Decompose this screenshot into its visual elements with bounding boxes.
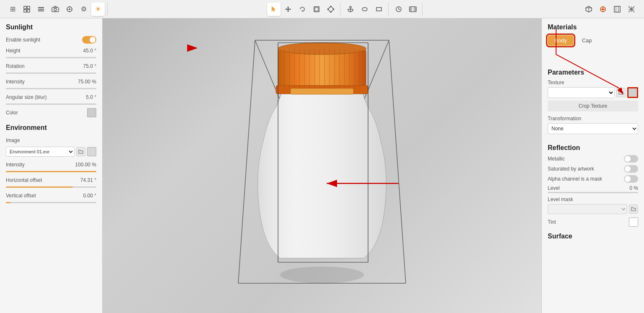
alpha-channel-label: Alpha channel is a mask	[548, 176, 602, 182]
height-row: Height 45.0 °	[6, 46, 96, 55]
image-label: Image	[6, 137, 20, 143]
anchor-tool-button[interactable]	[344, 3, 357, 16]
height-label: Height	[6, 48, 21, 54]
move-tool-button[interactable]	[281, 3, 295, 16]
camera-button[interactable]	[49, 3, 62, 16]
svg-line-47	[389, 40, 406, 283]
toolbar-anim-group	[389, 3, 422, 16]
intensity-label: Intensity	[6, 79, 25, 85]
grid2-button[interactable]	[625, 3, 638, 16]
toolbar: ⊞ ⚙ ☀	[0, 0, 644, 18]
environment-title: Environment	[6, 124, 96, 132]
main-area: Sunlight Enable sunlight Height 45.0 ° R…	[0, 18, 644, 313]
environment-image-select[interactable]: Environment 01.exr	[6, 147, 75, 157]
toolbar-view-group	[580, 3, 641, 16]
alpha-channel-row: Alpha channel is a mask	[548, 175, 638, 183]
vert-offset-slider[interactable]	[6, 202, 96, 203]
svg-point-51	[280, 266, 364, 283]
right-panel-arrow-svg	[544, 21, 636, 126]
svg-rect-0	[24, 6, 26, 9]
svg-rect-1	[27, 6, 30, 9]
svg-rect-2	[24, 10, 26, 12]
grid-button[interactable]	[20, 3, 33, 16]
metallic-toggle[interactable]	[624, 155, 638, 163]
env-intensity-row: Intensity 100.00 %	[6, 160, 96, 169]
menu-button[interactable]	[34, 3, 48, 16]
level-mask-select[interactable]	[548, 204, 627, 214]
right-panel: Materials Body Cap Parameters Texture	[541, 18, 644, 313]
sunlight-title: Sunlight	[6, 23, 96, 31]
env-preview-swatch[interactable]	[87, 147, 96, 156]
angular-value: 5.0 °	[86, 94, 96, 100]
vert-offset-value: 0.00 °	[83, 193, 97, 199]
level-row: Level 0 %	[548, 185, 638, 191]
env-intensity-slider[interactable]	[6, 171, 96, 172]
intensity-slider[interactable]	[6, 88, 96, 89]
horiz-offset-slider[interactable]	[6, 186, 96, 188]
metallic-label: Metallic	[548, 156, 565, 162]
angular-label: Angular size (blur)	[6, 94, 46, 100]
saturated-row: Saturated by artwork	[548, 165, 638, 173]
level-label: Level	[548, 185, 560, 191]
arrow-annotation	[548, 50, 638, 63]
reflection-title: Reflection	[548, 144, 638, 152]
target2-button[interactable]	[596, 3, 610, 16]
film-button[interactable]	[406, 3, 420, 16]
browse-folder-icon[interactable]	[76, 147, 85, 156]
tint-label: Tint	[548, 219, 556, 225]
color-label: Color	[6, 110, 18, 116]
image-label-row: Image	[6, 136, 96, 145]
bottle-svg	[213, 23, 431, 308]
svg-rect-52	[278, 49, 366, 91]
tint-swatch[interactable]	[629, 217, 638, 227]
rotation-row: Rotation 75.0 °	[6, 62, 96, 71]
level-mask-folder-icon[interactable]	[629, 204, 638, 214]
intensity-value: 75.00 %	[78, 79, 96, 85]
add-button[interactable]: ⊞	[6, 3, 19, 16]
svg-point-22	[350, 6, 351, 8]
horiz-offset-label: Horizontal offset	[6, 177, 42, 183]
rotate-tool-button[interactable]	[296, 3, 309, 16]
viewport[interactable]	[103, 18, 541, 313]
level-mask-label-row: Level mask	[548, 197, 638, 202]
svg-rect-31	[414, 8, 415, 11]
rect-tool-button[interactable]	[372, 3, 386, 16]
ellipse-tool-button[interactable]	[358, 3, 371, 16]
rotation-slider[interactable]	[6, 72, 96, 74]
horiz-offset-value: 74.31 °	[80, 177, 96, 183]
left-panel: Sunlight Enable sunlight Height 45.0 ° R…	[0, 18, 103, 313]
env-intensity-label: Intensity	[6, 162, 25, 168]
svg-line-28	[399, 9, 400, 10]
svg-rect-71	[291, 88, 353, 94]
target-button[interactable]	[63, 3, 76, 16]
cube-button[interactable]	[582, 3, 595, 16]
select-tool-button[interactable]	[267, 3, 281, 16]
saturated-toggle[interactable]	[624, 165, 638, 173]
svg-rect-38	[614, 6, 620, 12]
svg-rect-25	[376, 8, 381, 11]
bottle-container	[103, 18, 541, 313]
angular-slider[interactable]	[6, 103, 96, 105]
env-intensity-value: 100.00 %	[75, 162, 96, 168]
height-value: 45.0 °	[83, 48, 97, 54]
scale-tool-button[interactable]	[310, 3, 323, 16]
level-mask-row	[548, 204, 638, 214]
toolbar-create-group	[341, 3, 389, 16]
saturated-label: Saturated by artwork	[548, 166, 594, 172]
surface-title: Surface	[548, 233, 638, 240]
clock-button[interactable]	[392, 3, 405, 16]
settings-button[interactable]: ⚙	[77, 3, 90, 16]
color-swatch[interactable]	[87, 108, 96, 117]
node-tool-button[interactable]	[324, 3, 337, 16]
level-mask-label: Level mask	[548, 197, 573, 202]
svg-point-10	[69, 8, 70, 10]
height-slider[interactable]	[6, 57, 96, 58]
alpha-channel-toggle[interactable]	[624, 175, 638, 183]
toolbar-left-group: ⊞ ⚙ ☀	[3, 3, 108, 16]
enable-sunlight-toggle[interactable]	[82, 36, 96, 44]
level-slider[interactable]	[548, 192, 638, 193]
panel-button[interactable]	[611, 3, 624, 16]
sun-button[interactable]: ☀	[91, 3, 105, 16]
intensity-row: Intensity 75.00 %	[6, 77, 96, 86]
svg-rect-30	[410, 8, 412, 11]
